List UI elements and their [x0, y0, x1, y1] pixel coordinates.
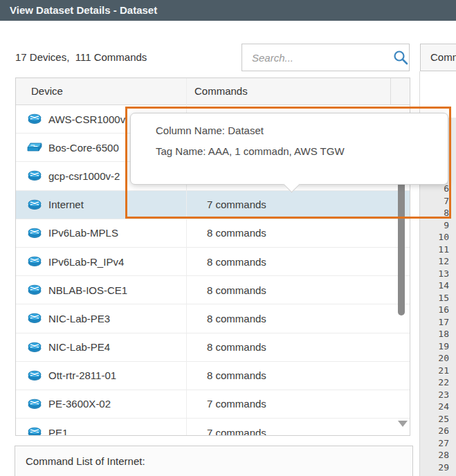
commands-count: 8 commands — [186, 227, 266, 239]
tooltip-column-name: Column Name: Dataset — [156, 120, 448, 141]
line-number: 27 — [419, 437, 456, 450]
view-dataset-details-dialog: View Dataset Details - Dataset 17 Device… — [0, 0, 456, 476]
line-number: 19 — [419, 340, 456, 353]
device-table-row[interactable]: IPv6Lab-R_IPv4 8 commands — [16, 248, 410, 276]
line-number: 28 — [419, 449, 456, 461]
device-router-icon — [27, 342, 42, 353]
tooltip-tag-name: Tag Name: AAA, 1 commadn, AWS TGW — [156, 141, 448, 162]
device-command-summary: 17 Devices, 111 Commands — [15, 44, 147, 71]
dataset-tooltip: Column Name: Dataset Tag Name: AAA, 1 co… — [130, 113, 448, 185]
device-cell: Ott-rtr-2811-01 — [16, 369, 186, 381]
commands-count: 8 commands — [186, 256, 266, 268]
line-number: 15 — [419, 292, 456, 304]
commands-count: 7 commands — [186, 427, 266, 436]
search-input[interactable] — [250, 51, 392, 64]
command-list-label: Command List of Internet: — [26, 455, 145, 467]
device-cell: NBLAB-IOS-CE1 — [16, 284, 186, 296]
device-name: NBLAB-IOS-CE1 — [48, 284, 127, 296]
device-router-icon — [27, 170, 42, 181]
device-table-row[interactable]: Ott-rtr-2811-01 8 commands — [16, 362, 410, 390]
line-number: 10 — [419, 231, 456, 244]
line-number: 25 — [419, 413, 456, 425]
line-number: 21 — [419, 365, 456, 377]
line-number: 12 — [419, 255, 456, 268]
line-number: 7 — [419, 195, 456, 208]
device-cell: IPv6Lab-MPLS — [16, 227, 186, 239]
commands-count: 7 commands — [186, 398, 266, 410]
device-name: IPv6Lab-R_IPv4 — [48, 256, 124, 268]
line-number: 14 — [419, 280, 456, 292]
dialog-title-bar: View Dataset Details - Dataset — [0, 0, 456, 21]
device-name: IPv6Lab-MPLS — [48, 227, 118, 239]
line-number: 8 — [419, 207, 456, 219]
line-number: 22 — [419, 376, 456, 389]
line-number: 17 — [419, 316, 456, 329]
commands-count: 8 commands — [186, 369, 266, 381]
device-cell: IPv6Lab-R_IPv4 — [16, 256, 186, 268]
command-panel-line-numbers: 6789101112131415161718192021222324252627… — [419, 183, 456, 473]
device-table-row[interactable]: Internet 7 commands — [16, 191, 410, 219]
device-router-icon — [27, 113, 42, 125]
column-header-device[interactable]: Device — [16, 78, 186, 104]
device-cell: Internet — [16, 199, 186, 210]
device-router-icon — [27, 199, 42, 210]
command-panel-header: Comm — [420, 44, 456, 71]
line-number: 16 — [419, 304, 456, 316]
device-name: Internet — [48, 199, 84, 210]
device-name: Bos-Core-6500 — [48, 142, 119, 154]
line-number: 23 — [419, 389, 456, 401]
scroll-down-arrow-icon[interactable] — [398, 421, 408, 427]
device-router-icon — [27, 256, 42, 267]
device-name: AWS-CSR1000v — [48, 113, 125, 125]
device-router-icon — [27, 399, 42, 410]
table-scrollbar-thumb[interactable] — [398, 167, 405, 315]
search-icon[interactable] — [392, 49, 409, 66]
device-name: PE-3600X-02 — [48, 398, 111, 410]
device-cell: PE1 — [16, 427, 186, 436]
line-number: 24 — [419, 401, 456, 413]
device-table-row[interactable]: NBLAB-IOS-CE1 8 commands — [16, 276, 410, 304]
line-number: 26 — [419, 425, 456, 437]
command-list-bar: Command List of Internet: — [15, 446, 413, 476]
device-name: NIC-Lab-PE4 — [48, 341, 110, 353]
device-router-icon — [27, 228, 42, 239]
commands-count: 8 commands — [186, 284, 266, 296]
line-number: 29 — [419, 461, 456, 474]
device-table-row[interactable]: NIC-Lab-PE4 8 commands — [16, 333, 410, 362]
device-cell: PE-3600X-02 — [16, 398, 186, 410]
device-name: NIC-Lab-PE3 — [48, 313, 110, 324]
device-router-icon — [27, 427, 42, 436]
column-header-commands[interactable]: Commands — [186, 78, 248, 104]
line-number: 11 — [419, 244, 456, 256]
commands-count: 7 commands — [186, 199, 266, 210]
header-divider — [390, 78, 391, 104]
device-router-icon — [27, 313, 42, 324]
device-table-header: Device Commands — [16, 78, 410, 105]
line-number: 18 — [419, 328, 456, 340]
line-number: 20 — [419, 352, 456, 365]
commands-count: 8 commands — [186, 313, 266, 324]
line-number: 9 — [419, 219, 456, 232]
device-name: PE1 — [48, 427, 68, 436]
dialog-title: View Dataset Details - Dataset — [0, 0, 456, 21]
commands-count: 8 commands — [186, 341, 266, 353]
device-router-icon — [27, 284, 42, 295]
device-table-row[interactable]: PE-3600X-02 7 commands — [16, 390, 410, 419]
device-table-row[interactable]: NIC-Lab-PE3 8 commands — [16, 304, 410, 333]
device-table-row[interactable]: IPv6Lab-MPLS 8 commands — [16, 219, 410, 248]
device-switch-icon — [27, 142, 42, 153]
device-router-icon — [27, 370, 42, 381]
device-cell: NIC-Lab-PE3 — [16, 313, 186, 324]
device-cell: NIC-Lab-PE4 — [16, 341, 186, 353]
device-table-row[interactable]: PE1 7 commands — [16, 419, 410, 436]
line-number: 13 — [419, 268, 456, 280]
device-name: gcp-csr1000v-2 — [48, 170, 120, 182]
device-name: Ott-rtr-2811-01 — [48, 369, 116, 381]
search-box — [241, 44, 410, 71]
